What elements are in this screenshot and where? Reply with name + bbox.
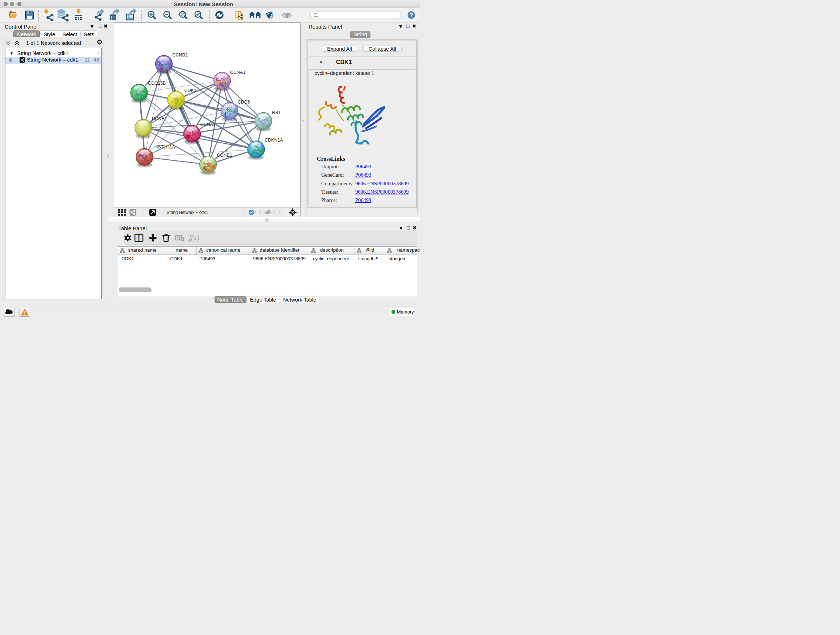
svg-text:HIST1H1A: HIST1H1A	[153, 144, 175, 149]
svg-text:CCNB1: CCNB1	[152, 116, 167, 121]
svg-text:CDC6: CDC6	[238, 100, 250, 105]
svg-text:?: ?	[409, 12, 413, 19]
svg-text:CDC25B: CDC25B	[148, 81, 166, 86]
svg-text:CCNA2: CCNA2	[201, 122, 216, 127]
svg-text:0 – 0: 0 – 0	[273, 211, 280, 215]
svg-text:CCNB2: CCNB2	[172, 52, 188, 57]
svg-text:CCNE1: CCNE1	[217, 153, 232, 158]
svg-text:CCNA1: CCNA1	[230, 70, 245, 75]
svg-text:CDK1: CDK1	[185, 88, 196, 93]
svg-text:RB1: RB1	[272, 110, 281, 115]
svg-text:CDKN1A: CDKN1A	[265, 138, 283, 143]
svg-text:1 – 0: 1 – 0	[254, 211, 261, 215]
svg-text:f(x): f(x)	[189, 233, 199, 242]
svg-text:String Network – cdk1: String Network – cdk1	[167, 210, 208, 215]
